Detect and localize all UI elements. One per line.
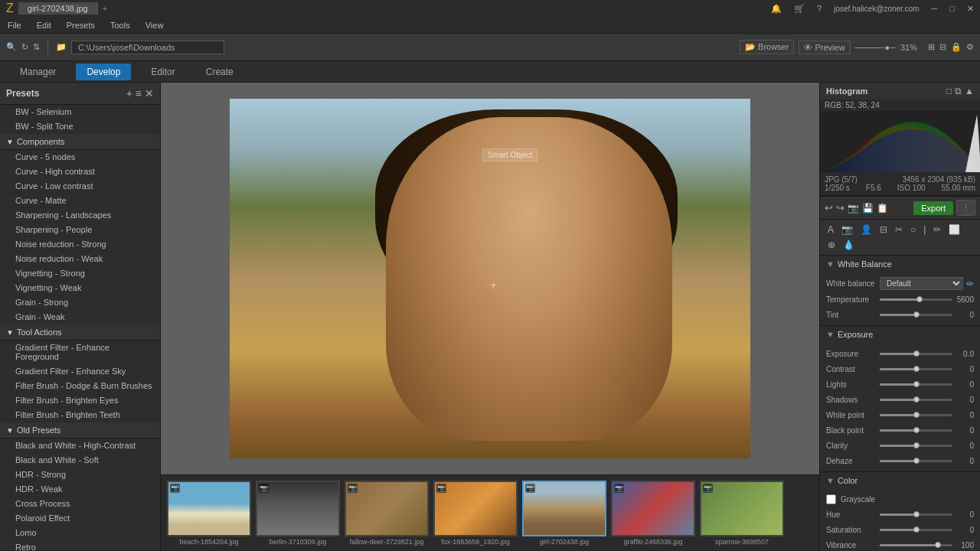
shadows-slider-wrap[interactable] (880, 395, 952, 404)
save-btn[interactable]: 💾 (862, 203, 874, 214)
window-close-btn[interactable]: ✕ (967, 4, 974, 14)
wb-tint-slider-wrap[interactable] (880, 310, 952, 319)
tab-develop[interactable]: Develop (76, 64, 131, 80)
redo-btn[interactable]: ↪ (836, 202, 844, 214)
preset-section-components-header[interactable]: ▼ Components (0, 134, 160, 150)
color-header[interactable]: ▼ Color (820, 472, 980, 489)
exposure-header[interactable]: ▼ Exposure (820, 326, 980, 343)
presets-close-btn[interactable]: ✕ (145, 87, 154, 99)
erase-tool-btn[interactable]: ⬜ (946, 223, 963, 236)
contrast-thumb[interactable] (913, 366, 920, 372)
settings-icon[interactable]: ⚙ (966, 42, 974, 52)
filmstrip-item-girl[interactable]: 📷 girl-2702438.jpg (522, 481, 606, 546)
sort-icon[interactable]: ⇅ (33, 42, 40, 52)
preset-item-brush-eyes[interactable]: Filter Brush - Brighten Eyes (0, 393, 160, 408)
black-point-thumb[interactable] (913, 427, 920, 433)
clarity-slider-wrap[interactable] (880, 441, 952, 450)
lights-thumb[interactable] (913, 381, 920, 387)
camera-tool-btn[interactable]: 📷 (838, 223, 856, 236)
preset-item-grain-strong[interactable]: Grain - Strong (0, 295, 160, 310)
presets-list-btn[interactable]: ≡ (136, 87, 142, 99)
menu-file[interactable]: File (5, 19, 24, 31)
preview-btn[interactable]: 👁 Preview (799, 41, 850, 54)
filmstrip-item-graffiti[interactable]: 📷 graffiti-2468336.jpg (611, 481, 695, 546)
person-tool-btn[interactable]: 👤 (858, 223, 875, 236)
compare-icon[interactable]: ⊟ (939, 42, 946, 52)
window-minimize-btn[interactable]: ─ (932, 4, 938, 13)
tab-create[interactable]: Create (195, 64, 244, 80)
camera-capture-btn[interactable]: 📷 (848, 203, 859, 214)
preset-item-curve-low[interactable]: Curve - Low contrast (0, 179, 160, 194)
lock-icon[interactable]: 🔒 (951, 42, 962, 52)
preset-section-tool-actions-header[interactable]: ▼ Tool Actions (0, 324, 160, 341)
dehaze-thumb[interactable] (913, 458, 920, 464)
clone-tool-btn[interactable]: ⊕ (825, 238, 838, 252)
exposure-slider-wrap[interactable] (880, 349, 952, 358)
brush-tool-btn[interactable]: ✏ (930, 223, 944, 236)
preset-item-polaroid[interactable]: Polaroid Effect (0, 511, 160, 526)
preset-item-lomo[interactable]: Lomo (0, 526, 160, 540)
dehaze-slider-wrap[interactable] (880, 456, 952, 465)
line-tool-btn[interactable]: | (920, 223, 929, 236)
lights-slider-wrap[interactable] (880, 380, 952, 389)
hue-thumb[interactable] (913, 511, 920, 517)
preset-item-grad-sky[interactable]: Gradient Filter - Enhance Sky (0, 364, 160, 379)
preset-item-vig-strong[interactable]: Vignetting - Strong (0, 266, 160, 281)
filmstrip-item-beach[interactable]: 📷 beach-1854204.jpg (167, 481, 251, 546)
presets-add-btn[interactable]: + (126, 87, 132, 99)
preset-item-bw-soft[interactable]: Black and White - Soft (0, 453, 160, 468)
filmstrip-item-berlin[interactable]: 📷 berlin-3710309.jpg (256, 481, 340, 546)
fit-icon[interactable]: ⊞ (928, 42, 935, 52)
histogram-header[interactable]: Histogram □ ⧉ ▲ (820, 83, 980, 99)
image-canvas[interactable]: Smart Object + (161, 83, 819, 474)
preset-item-hdr-strong[interactable]: HDR - Strong (0, 468, 160, 482)
menu-edit[interactable]: Edit (34, 19, 54, 31)
preset-item-curve-high[interactable]: Curve - High contrast (0, 165, 160, 179)
grayscale-checkbox[interactable] (826, 494, 836, 504)
refresh-icon[interactable]: ↻ (21, 42, 28, 52)
window-restore-btn[interactable]: □ (949, 4, 955, 13)
preset-item-brush-teeth[interactable]: Filter Brush - Brighten Teeth (0, 408, 160, 422)
wb-tint-thumb[interactable] (913, 311, 920, 318)
circle-tool-btn[interactable]: ○ (907, 223, 919, 236)
white-point-slider-wrap[interactable] (880, 410, 952, 419)
undo-btn[interactable]: ↩ (825, 202, 833, 214)
white-balance-header[interactable]: ▼ White Balance (820, 256, 980, 272)
wb-temp-slider-wrap[interactable] (880, 295, 952, 304)
preset-item-bw-split[interactable]: BW - Split Tone (0, 119, 160, 134)
saturation-thumb[interactable] (913, 527, 920, 533)
vibrance-thumb[interactable] (935, 542, 941, 548)
menu-presets[interactable]: Presets (64, 19, 98, 31)
shadows-thumb[interactable] (913, 396, 920, 403)
wb-temp-thumb[interactable] (916, 296, 923, 302)
hue-slider-wrap[interactable] (880, 510, 952, 519)
new-tab-btn[interactable]: + (98, 2, 112, 15)
tab-manager[interactable]: Manager (9, 64, 67, 80)
auto-tool-btn[interactable]: A (825, 223, 837, 236)
vibrance-slider-wrap[interactable] (880, 540, 952, 549)
sliders-tool-btn[interactable]: ⊟ (877, 223, 890, 236)
search-icon[interactable]: 🔍 (6, 42, 17, 52)
preset-item-grain-weak[interactable]: Grain - Weak (0, 310, 160, 324)
preset-item-sharp-land[interactable]: Sharpening - Landscapes (0, 208, 160, 223)
copy-btn[interactable]: 📋 (877, 203, 888, 214)
browser-btn[interactable]: 📂 Browser (740, 40, 794, 54)
black-point-slider-wrap[interactable] (880, 425, 952, 435)
crop-tool-btn[interactable]: ✂ (892, 223, 906, 236)
wb-preset-select[interactable]: Default Auto Daylight Cloudy Flash Fluor… (880, 277, 963, 290)
file-tab[interactable]: girl-2702438.jpg (18, 2, 98, 15)
preset-item-grad-fg[interactable]: Gradient Filter - Enhance Foreground (0, 341, 160, 364)
saturation-slider-wrap[interactable] (880, 525, 952, 534)
preset-item-hdr-weak[interactable]: HDR - Weak (0, 482, 160, 497)
filmstrip-item-sparrow[interactable]: 📷 sparrow-3698507 (700, 481, 784, 546)
export-button[interactable]: Export (913, 201, 953, 215)
filmstrip-item-fox[interactable]: 📷 fox-1883658_1920.jpg (433, 481, 518, 546)
preset-item-nr-strong[interactable]: Noise reduction - Strong (0, 237, 160, 252)
white-point-thumb[interactable] (913, 412, 920, 418)
preset-item-bw-selenium[interactable]: BW - Selenium (0, 105, 160, 119)
preset-item-curve-matte[interactable]: Curve - Matte (0, 194, 160, 208)
histogram-ctrl1[interactable]: □ (946, 86, 952, 96)
preset-item-nr-weak[interactable]: Noise reduction - Weak (0, 252, 160, 266)
histogram-ctrl2[interactable]: ⧉ (955, 86, 962, 96)
preset-item-retro[interactable]: Retro (0, 540, 160, 551)
